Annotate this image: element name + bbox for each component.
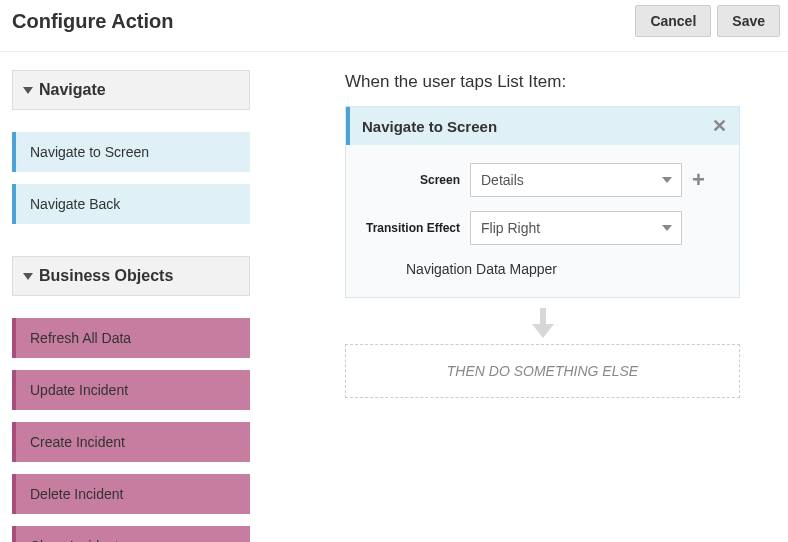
section-title: Business Objects: [39, 267, 173, 285]
section-title: Navigate: [39, 81, 106, 99]
sidebar-item-label: Close Incident: [30, 538, 119, 542]
sidebar-item-label: Navigate to Screen: [30, 144, 149, 160]
page-title: Configure Action: [12, 10, 173, 33]
prompt-text: When the user taps List Item:: [345, 72, 776, 92]
transition-select[interactable]: Flip Right: [470, 211, 682, 245]
save-button[interactable]: Save: [717, 5, 780, 37]
sidebar-item-refresh-all-data[interactable]: Refresh All Data: [12, 318, 250, 358]
transition-label: Transition Effect: [362, 221, 470, 235]
sidebar-item-label: Navigate Back: [30, 196, 120, 212]
header-buttons: Cancel Save: [635, 5, 780, 37]
sidebar-item-update-incident[interactable]: Update Incident: [12, 370, 250, 410]
sidebar-item-label: Create Incident: [30, 434, 125, 450]
sidebar-item-create-incident[interactable]: Create Incident: [12, 422, 250, 462]
then-do-something-else[interactable]: THEN DO SOMETHING ELSE: [345, 344, 740, 398]
section-header-business-objects[interactable]: Business Objects: [12, 256, 250, 296]
close-icon[interactable]: ✕: [712, 117, 727, 135]
page-header: Configure Action Cancel Save: [0, 0, 788, 52]
screen-label: Screen: [362, 173, 470, 187]
arrow-down-icon: [345, 308, 740, 338]
sidebar-item-navigate-back[interactable]: Navigate Back: [12, 184, 250, 224]
action-card-title: Navigate to Screen: [362, 118, 497, 135]
transition-select-value: Flip Right: [470, 211, 682, 245]
sidebar: Navigate Navigate to Screen Navigate Bac…: [12, 70, 250, 542]
plus-icon[interactable]: +: [692, 169, 705, 191]
sidebar-item-label: Update Incident: [30, 382, 128, 398]
sidebar-item-navigate-to-screen[interactable]: Navigate to Screen: [12, 132, 250, 172]
screen-select[interactable]: Details: [470, 163, 682, 197]
svg-rect-0: [540, 308, 546, 326]
chevron-down-icon: [23, 87, 33, 94]
navigation-data-mapper-link[interactable]: Navigation Data Mapper: [406, 261, 723, 277]
screen-select-value: Details: [470, 163, 682, 197]
sidebar-item-close-incident[interactable]: Close Incident: [12, 526, 250, 542]
section-header-navigate[interactable]: Navigate: [12, 70, 250, 110]
form-row-screen: Screen Details: [362, 163, 723, 197]
sidebar-item-delete-incident[interactable]: Delete Incident: [12, 474, 250, 514]
sidebar-item-label: Delete Incident: [30, 486, 123, 502]
cancel-button[interactable]: Cancel: [635, 5, 711, 37]
form-row-transition: Transition Effect Flip Right: [362, 211, 723, 245]
action-card: Navigate to Screen ✕ Screen Details + Tr…: [345, 106, 740, 298]
chevron-down-icon: [23, 273, 33, 280]
content: Navigate Navigate to Screen Navigate Bac…: [0, 52, 788, 542]
action-card-body: Screen Details + Transition Effect Flip …: [346, 145, 739, 297]
action-card-header: Navigate to Screen ✕: [346, 107, 739, 145]
main-panel: When the user taps List Item: Navigate t…: [345, 70, 776, 542]
sidebar-item-label: Refresh All Data: [30, 330, 131, 346]
svg-marker-1: [532, 324, 554, 338]
